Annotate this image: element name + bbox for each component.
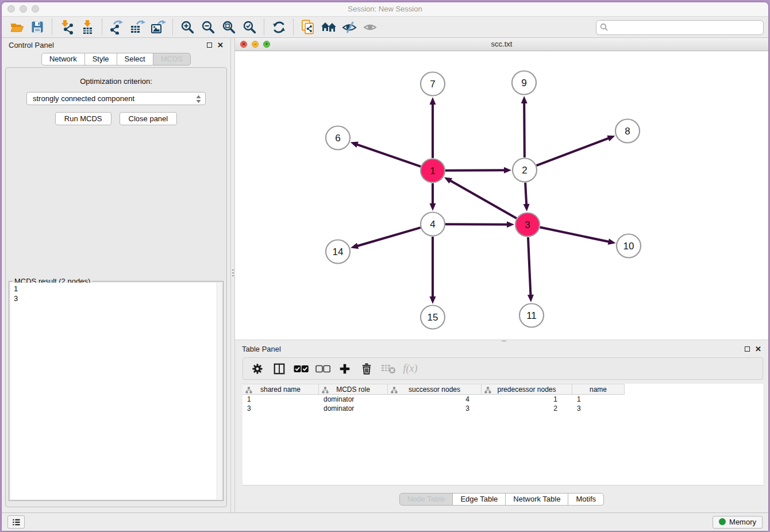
home-layout-icon bbox=[321, 20, 337, 34]
column-header-predecessor-nodes[interactable]: predecessor nodes bbox=[482, 384, 572, 394]
mcds-result-text[interactable]: 1 3 bbox=[10, 283, 217, 499]
delete-table-button[interactable] bbox=[379, 360, 398, 377]
graph-node-8[interactable]: 8 bbox=[615, 119, 640, 143]
search-icon bbox=[600, 23, 609, 32]
cell-predecessor-nodes[interactable]: 1 bbox=[482, 395, 572, 404]
tab-network-table[interactable]: Network Table bbox=[505, 493, 568, 506]
cell-name[interactable]: 1 bbox=[572, 395, 625, 404]
cell-successor-nodes[interactable]: 3 bbox=[388, 404, 482, 413]
network-canvas-svg[interactable]: 7968124314101511 bbox=[235, 51, 768, 339]
graph-edge[interactable] bbox=[450, 180, 517, 218]
deselect-all-button[interactable] bbox=[314, 360, 332, 377]
tab-node-table[interactable]: Node Table bbox=[399, 493, 453, 506]
close-panel-button[interactable]: Close panel bbox=[120, 112, 178, 125]
graph-node-6[interactable]: 6 bbox=[326, 126, 350, 150]
graph-edge[interactable] bbox=[356, 144, 421, 167]
network-canvas[interactable]: 7968124314101511 bbox=[235, 51, 768, 340]
graph-edge[interactable] bbox=[537, 138, 610, 165]
graph-edge[interactable] bbox=[525, 183, 526, 205]
graph-node-4[interactable]: 4 bbox=[421, 213, 445, 236]
result-scrollbar[interactable] bbox=[217, 283, 222, 499]
graph-node-9[interactable]: 9 bbox=[512, 71, 536, 95]
select-all-button[interactable] bbox=[292, 360, 310, 377]
search-input[interactable] bbox=[596, 20, 764, 35]
cell-successor-nodes[interactable]: 4 bbox=[388, 395, 482, 404]
import-network-button[interactable] bbox=[56, 18, 77, 36]
hide-graphics-button[interactable] bbox=[339, 18, 360, 36]
export-table-button[interactable] bbox=[127, 18, 148, 36]
table-panel: Table Panel ✕ bbox=[235, 342, 768, 512]
graph-node-2[interactable]: 2 bbox=[513, 159, 537, 182]
graph-node-10[interactable]: 10 bbox=[617, 234, 641, 258]
zoom-selected-button[interactable] bbox=[239, 18, 260, 36]
vertical-splitter[interactable] bbox=[230, 38, 235, 512]
tab-motifs[interactable]: Motifs bbox=[568, 493, 604, 506]
table-row[interactable]: 1 dominator 4 1 1 bbox=[242, 395, 763, 404]
delete-button[interactable] bbox=[357, 360, 376, 377]
tab-network[interactable]: Network bbox=[41, 53, 85, 65]
network-maximize-button[interactable]: + bbox=[263, 41, 270, 48]
table-panel-title: Table Panel bbox=[242, 345, 281, 353]
copy-network-button[interactable] bbox=[298, 18, 318, 36]
graph-node-3[interactable]: 3 bbox=[515, 213, 540, 237]
column-header-successor-nodes[interactable]: successor nodes bbox=[388, 384, 482, 394]
show-hide-button[interactable] bbox=[360, 18, 380, 36]
column-header-name[interactable]: name bbox=[572, 384, 625, 394]
graph-edge[interactable] bbox=[445, 170, 505, 171]
maximize-window-button[interactable] bbox=[32, 5, 39, 13]
horizontal-splitter[interactable] bbox=[235, 340, 768, 342]
close-panel-icon[interactable]: ✕ bbox=[217, 43, 224, 48]
zoom-in-button[interactable] bbox=[177, 18, 198, 36]
zoom-fit-button[interactable] bbox=[218, 18, 239, 36]
open-session-button[interactable] bbox=[6, 18, 27, 36]
task-history-button[interactable] bbox=[7, 515, 25, 529]
table-settings-button[interactable] bbox=[248, 360, 267, 377]
graph-node-15[interactable]: 15 bbox=[421, 306, 445, 329]
graph-edge[interactable] bbox=[357, 228, 421, 246]
minimize-window-button[interactable] bbox=[20, 5, 27, 13]
graph-node-7[interactable]: 7 bbox=[421, 72, 445, 96]
column-header-shared-name[interactable]: shared name bbox=[242, 384, 319, 394]
table-row[interactable]: 3 dominator 3 2 3 bbox=[242, 404, 763, 413]
graph-node-11[interactable]: 11 bbox=[519, 304, 544, 327]
network-minimize-button[interactable]: − bbox=[252, 41, 259, 48]
run-mcds-button[interactable]: Run MCDS bbox=[55, 112, 111, 125]
graph-edge[interactable] bbox=[445, 224, 508, 225]
tab-select[interactable]: Select bbox=[117, 53, 153, 65]
close-panel-icon[interactable]: ✕ bbox=[755, 346, 761, 352]
graph-edge[interactable] bbox=[528, 237, 531, 296]
cell-mcds-role[interactable]: dominator bbox=[319, 404, 388, 413]
tab-style[interactable]: Style bbox=[84, 53, 117, 65]
zoom-out-button[interactable] bbox=[198, 18, 218, 36]
criterion-select[interactable]: strongly connected component bbox=[26, 92, 206, 105]
close-window-button[interactable] bbox=[7, 5, 15, 13]
float-panel-icon[interactable] bbox=[745, 346, 750, 352]
network-close-button[interactable]: ✕ bbox=[240, 41, 247, 48]
graph-edge[interactable] bbox=[524, 102, 525, 157]
cell-predecessor-nodes[interactable]: 2 bbox=[482, 404, 572, 413]
refresh-button[interactable] bbox=[268, 18, 289, 36]
import-table-button[interactable] bbox=[77, 18, 98, 36]
float-panel-icon[interactable] bbox=[207, 43, 212, 48]
column-header-mcds-role[interactable]: MCDS role bbox=[319, 384, 388, 394]
graph-node-label: 4 bbox=[430, 219, 435, 230]
column-layout-button[interactable] bbox=[270, 360, 288, 377]
export-image-button[interactable] bbox=[148, 18, 168, 36]
graph-node-1[interactable]: 1 bbox=[421, 159, 445, 183]
cell-mcds-role[interactable]: dominator bbox=[319, 395, 388, 404]
cell-name[interactable]: 3 bbox=[572, 404, 625, 413]
add-column-button[interactable] bbox=[336, 360, 354, 377]
home-layout-button[interactable] bbox=[318, 18, 339, 36]
graph-edge[interactable] bbox=[540, 228, 610, 242]
export-network-button[interactable] bbox=[106, 18, 127, 36]
cell-shared-name[interactable]: 1 bbox=[242, 395, 319, 404]
tab-edge-table[interactable]: Edge Table bbox=[452, 493, 506, 506]
hierarchy-icon bbox=[391, 387, 398, 394]
memory-button[interactable]: Memory bbox=[713, 516, 763, 529]
cell-shared-name[interactable]: 3 bbox=[242, 404, 319, 413]
function-builder-button[interactable]: f(x) bbox=[401, 360, 419, 377]
tab-mcds[interactable]: MCDS bbox=[153, 53, 191, 65]
graph-node-14[interactable]: 14 bbox=[326, 240, 350, 264]
network-view-titlebar: ✕ − + scc.txt bbox=[235, 38, 768, 51]
save-session-button[interactable] bbox=[27, 18, 48, 36]
